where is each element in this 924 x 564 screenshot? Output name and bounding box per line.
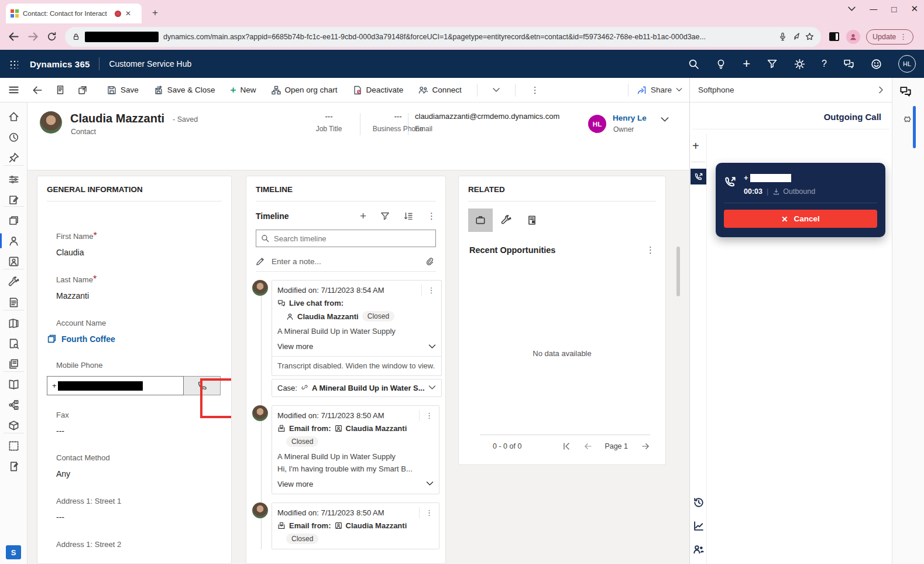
window-close-button[interactable]: ✕ — [911, 4, 918, 14]
environment-badge[interactable]: S — [6, 545, 21, 559]
favorite-star-icon[interactable] — [805, 32, 814, 41]
url-field[interactable]: dynamics.com/main.aspx?appid=6685b74b-fc… — [65, 27, 821, 47]
last-name-value[interactable]: Mazzanti — [56, 291, 231, 300]
forward-icon[interactable] — [28, 32, 39, 42]
search-icon[interactable] — [688, 59, 699, 70]
smiley-icon[interactable] — [871, 59, 882, 70]
save-and-close-button[interactable]: Save & Close — [154, 86, 215, 95]
window-minimize-button[interactable]: — — [870, 5, 877, 13]
browser-sidebar-icon[interactable] — [829, 32, 839, 41]
timeline-filter-icon[interactable] — [380, 211, 390, 221]
help-icon[interactable]: ? — [822, 59, 827, 69]
entry-more-icon[interactable]: ⋮ — [419, 507, 439, 518]
owner-name-link[interactable]: Henry Le — [613, 114, 647, 122]
outgoing-call-tab-icon[interactable] — [691, 169, 706, 184]
back-icon[interactable] — [8, 32, 19, 42]
timeline-add-icon[interactable]: + — [360, 210, 366, 223]
sidebar-item-social-profiles[interactable] — [8, 256, 19, 267]
browser-update-button[interactable]: Update ⋮ — [866, 29, 913, 45]
content-scrollbar[interactable] — [676, 247, 680, 296]
sidebar-item-accounts[interactable] — [8, 215, 19, 226]
new-button[interactable]: + New — [231, 84, 256, 96]
timeline-search-input[interactable] — [274, 234, 431, 243]
refresh-icon[interactable] — [47, 32, 57, 42]
sidebar-item-activities[interactable] — [8, 194, 19, 206]
new-tab-button[interactable]: + — [152, 7, 158, 19]
call-history-icon[interactable] — [693, 497, 705, 508]
view-more-toggle[interactable]: View more — [272, 475, 439, 494]
sidebar-item-recent[interactable] — [8, 132, 19, 143]
paperclip-icon[interactable] — [425, 257, 434, 266]
related-more-icon[interactable]: ⋮ — [646, 245, 655, 255]
panel-scrollbar[interactable] — [913, 106, 916, 148]
form-selector-icon[interactable] — [56, 85, 65, 95]
user-avatar[interactable]: HL — [898, 55, 916, 73]
open-in-new-window-icon[interactable] — [78, 86, 87, 95]
share-page-icon[interactable] — [792, 32, 801, 41]
fax-value[interactable]: --- — [56, 426, 231, 436]
lightbulb-icon[interactable] — [716, 59, 726, 70]
related-tab-cases[interactable] — [494, 208, 518, 232]
new-call-plus-icon[interactable]: + — [692, 139, 699, 153]
connect-button[interactable]: Connect — [418, 86, 461, 95]
contacts-list-icon[interactable] — [693, 544, 705, 555]
sidebar-item-knowledge-base[interactable] — [8, 379, 19, 390]
prev-page-icon[interactable] — [583, 443, 593, 450]
timeline-more-icon[interactable]: ⋮ — [427, 211, 436, 221]
header-expand-chevron-icon[interactable] — [661, 117, 669, 122]
sitemap-hamburger-icon[interactable] — [8, 85, 19, 95]
teams-chat-icon[interactable] — [899, 86, 912, 97]
note-entry-row[interactable]: Enter a note... — [256, 252, 436, 272]
feedback-chat-icon[interactable] — [843, 59, 854, 69]
contact-photo-avatar[interactable] — [40, 111, 62, 134]
browser-tab[interactable]: Contact: Contact for Interact ✕ — [6, 4, 142, 23]
deactivate-button[interactable]: Deactivate — [353, 86, 404, 95]
app-launcher-icon[interactable] — [9, 60, 18, 69]
mobile-phone-input[interactable]: + — [47, 376, 184, 395]
sidebar-item-knowledge-articles[interactable] — [8, 317, 19, 329]
entry-person-link[interactable]: Claudia Mazzanti — [346, 521, 407, 530]
browser-profile-avatar[interactable] — [846, 30, 860, 44]
cancel-call-button[interactable]: ✕ Cancel — [724, 210, 877, 228]
sidebar-item-home[interactable] — [8, 111, 19, 122]
quick-create-plus-icon[interactable]: + — [743, 59, 750, 69]
case-link-row[interactable]: Case: A Mineral Build Up in Water S... — [272, 379, 442, 397]
sidebar-item-email-templates[interactable] — [8, 358, 19, 370]
window-maximize-button[interactable]: □ — [891, 4, 896, 14]
sidebar-item-marketing-lists[interactable] — [8, 440, 19, 452]
next-page-icon[interactable] — [641, 443, 650, 450]
open-org-chart-button[interactable]: Open org chart — [272, 86, 338, 95]
command-overflow-chevron-icon[interactable] — [493, 88, 500, 93]
analytics-icon[interactable] — [693, 520, 705, 532]
sidebar-item-notes[interactable] — [8, 461, 19, 472]
mic-icon[interactable] — [778, 32, 787, 41]
sidebar-item-queues[interactable] — [8, 297, 19, 308]
save-button[interactable]: Save — [107, 86, 139, 95]
view-more-toggle[interactable]: View more — [272, 337, 441, 356]
owner-avatar[interactable]: HL — [588, 115, 606, 133]
update-menu-icon[interactable]: ⋮ — [899, 32, 907, 41]
related-tab-documents[interactable] — [520, 208, 544, 232]
first-name-value[interactable]: Claudia — [56, 248, 231, 257]
go-back-icon[interactable] — [32, 86, 43, 95]
entry-person-link[interactable]: Claudia Mazzanti — [346, 424, 407, 433]
sidebar-item-pinned[interactable] — [8, 152, 19, 163]
first-page-icon[interactable] — [562, 443, 571, 450]
entry-more-icon[interactable]: ⋮ — [419, 410, 439, 421]
sidebar-item-products[interactable] — [8, 420, 19, 431]
sidebar-item-cases[interactable] — [8, 276, 19, 288]
related-tab-opportunities[interactable] — [468, 208, 493, 232]
sidebar-item-contacts[interactable] — [8, 235, 19, 247]
sidebar-item-dashboards[interactable] — [8, 174, 19, 185]
extensions-puzzle-icon[interactable] — [902, 115, 912, 125]
timeline-search-box[interactable] — [256, 230, 436, 247]
header-field-email[interactable]: claudiamazzanti@crmdemo.dynamics.com Ema… — [415, 112, 579, 133]
sidebar-item-knowledge-search[interactable] — [8, 338, 19, 349]
sidebar-item-entitlements[interactable] — [8, 399, 19, 411]
entry-more-icon[interactable]: ⋮ — [421, 285, 441, 296]
share-button[interactable]: Share — [637, 86, 682, 95]
app-name[interactable]: Customer Service Hub — [109, 59, 191, 69]
account-lookup-link[interactable]: Fourth Coffee — [47, 334, 231, 344]
entry-person-link[interactable]: Claudia Mazzanti — [297, 312, 359, 321]
case-link-text[interactable]: A Mineral Build Up in Water S... — [312, 384, 425, 392]
